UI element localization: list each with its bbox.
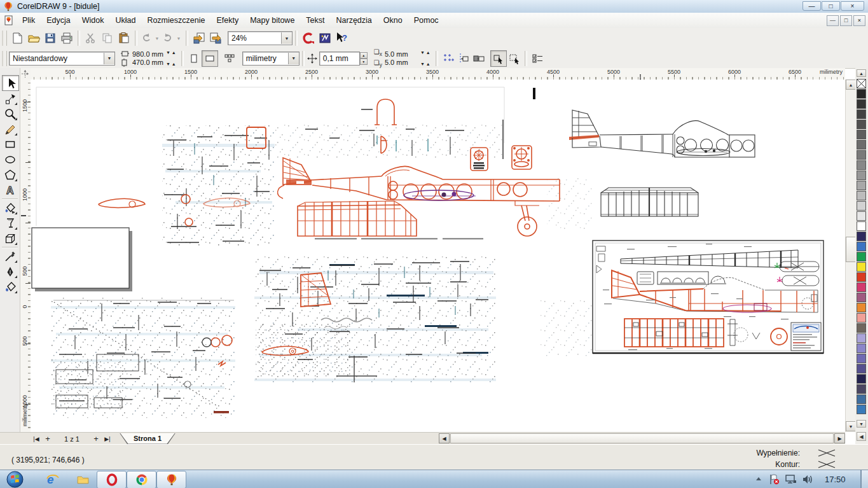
toolbar-grip[interactable] xyxy=(2,51,7,66)
export-button[interactable] xyxy=(207,30,224,46)
palette-swatch-7a7a7a[interactable] xyxy=(857,150,866,160)
scroll-left-button[interactable]: ◀ xyxy=(439,433,450,443)
palette-swatch-343434[interactable] xyxy=(857,99,866,109)
snap-to-guidelines-button[interactable] xyxy=(456,51,471,66)
new-document-button[interactable] xyxy=(9,30,25,46)
maximize-button[interactable]: □ xyxy=(822,1,840,11)
undo-button[interactable] xyxy=(140,30,153,46)
menu-item-rozmieszczenie[interactable]: Rozmieszczenie xyxy=(141,14,210,27)
cut-button[interactable] xyxy=(83,30,99,46)
palette-swatch-e8892f[interactable] xyxy=(857,303,866,312)
doc-minimize-button[interactable]: — xyxy=(827,15,839,26)
menu-item-narz-dzia[interactable]: Narzędzia xyxy=(331,14,378,27)
internet-explorer-icon[interactable]: e xyxy=(46,473,59,486)
paper-size-spinners[interactable]: ▼ ▲▼ ▲ xyxy=(166,48,176,68)
palette-swatch-5e5e5e[interactable] xyxy=(857,130,866,139)
palette-swatch-aaa4d8[interactable] xyxy=(857,333,866,343)
zoom-tool[interactable] xyxy=(2,106,18,121)
zoom-level-combobox[interactable]: 24% ▼ xyxy=(228,31,293,45)
palette-swatch-505050[interactable] xyxy=(857,120,866,129)
chevron-down-icon[interactable]: ▼ xyxy=(288,53,299,64)
palette-swatch-ffffff[interactable] xyxy=(857,221,866,231)
menu-item-tekst[interactable]: Tekst xyxy=(300,14,330,27)
palette-swatch-23224e[interactable] xyxy=(857,374,866,384)
palette-swatch-888888[interactable] xyxy=(857,160,866,170)
menu-item-plik[interactable]: Plik xyxy=(17,14,41,27)
paper-type-combobox[interactable]: Niestandardowy ▼ xyxy=(9,52,115,66)
duplicate-spinners[interactable]: ▼ ▲▼ ▲ xyxy=(420,48,431,68)
menu-item-efekty[interactable]: Efekty xyxy=(210,14,244,27)
last-page-button[interactable]: ▶| xyxy=(102,434,113,444)
paper-height-value[interactable]: 470.0 mm xyxy=(132,59,163,67)
menu-item-edycja[interactable]: Edycja xyxy=(41,14,76,27)
first-page-button[interactable]: |◀ xyxy=(31,434,42,444)
context-help-button[interactable]: ? xyxy=(333,30,350,46)
scroll-up-button[interactable]: ▲ xyxy=(846,80,856,90)
toolbar-grip[interactable] xyxy=(2,31,7,46)
scroll-right-button[interactable]: ▶ xyxy=(834,433,845,443)
palette-swatch-4a4662[interactable] xyxy=(857,384,866,394)
palette-scroll-down-button[interactable]: ▼ xyxy=(857,420,866,428)
action-center-icon[interactable] xyxy=(768,474,780,485)
network-icon[interactable] xyxy=(785,474,797,485)
drawing-canvas[interactable] xyxy=(31,80,845,432)
doc-restore-button[interactable]: □ xyxy=(840,15,852,26)
palette-swatch-d2d2d2[interactable] xyxy=(857,201,866,211)
menu-item-uk-ad[interactable]: Układ xyxy=(109,14,141,27)
application-launcher-button[interactable] xyxy=(300,30,317,46)
palette-scroll-up-button[interactable]: ▲ xyxy=(857,69,866,77)
palette-expand-button[interactable]: ◀ xyxy=(857,432,866,441)
ellipse-tool[interactable] xyxy=(2,152,18,167)
palette-swatch-d93a20[interactable] xyxy=(857,272,866,282)
menu-item-mapy-bitowe[interactable]: Mapy bitowe xyxy=(244,14,300,27)
no-color-swatch[interactable] xyxy=(857,79,866,88)
palette-swatch-3b74c2[interactable] xyxy=(857,242,866,251)
duplicate-x-value[interactable]: 5.0 mm xyxy=(385,50,418,59)
apply-to-all-pages-button[interactable] xyxy=(222,51,237,66)
marquee-select-button[interactable] xyxy=(507,51,522,66)
nudge-spinner[interactable]: ▲▼ xyxy=(360,52,368,65)
paste-button[interactable] xyxy=(116,30,132,46)
menu-item-okno[interactable]: Okno xyxy=(378,14,408,27)
palette-swatch-3a7ab8[interactable] xyxy=(857,405,866,414)
palette-swatch-6e665e[interactable] xyxy=(857,323,866,333)
coreldraw-taskbar-button[interactable] xyxy=(156,471,186,488)
chrome-taskbar-button[interactable] xyxy=(127,471,156,488)
volume-icon[interactable] xyxy=(802,474,813,485)
snap-to-objects-button[interactable] xyxy=(471,51,486,66)
palette-swatch-d23a6e[interactable] xyxy=(857,282,866,292)
landscape-button[interactable] xyxy=(202,50,218,67)
units-combobox[interactable]: milimetry ▼ xyxy=(242,52,300,66)
corel-graph-button[interactable] xyxy=(317,30,333,46)
text-tool[interactable]: A xyxy=(2,183,18,197)
show-desktop-button[interactable] xyxy=(860,470,868,488)
palette-swatch-bcbcbc[interactable] xyxy=(857,191,866,200)
rectangle-tool[interactable] xyxy=(2,137,18,151)
menu-item-widok[interactable]: Widok xyxy=(76,14,110,27)
palette-swatch-424242[interactable] xyxy=(857,109,866,119)
doc-close-button[interactable]: × xyxy=(853,15,865,26)
horizontal-scroll-thumb[interactable] xyxy=(450,433,834,443)
portrait-button[interactable] xyxy=(186,51,202,66)
chevron-down-icon[interactable]: ▼ xyxy=(104,53,114,64)
minimize-button[interactable]: — xyxy=(803,1,821,11)
copy-button[interactable] xyxy=(99,30,116,46)
palette-swatch-e6e6e6[interactable] xyxy=(857,211,866,221)
interactive-fill-tool[interactable] xyxy=(2,200,18,215)
nudge-offset-field[interactable]: 0,1 mm xyxy=(319,52,360,66)
taskbar-clock[interactable]: 17:50 xyxy=(825,475,846,484)
palette-swatch-2e2a5e[interactable] xyxy=(857,232,866,241)
palette-swatch-a05a80[interactable] xyxy=(857,293,866,302)
interactive-effects-tool[interactable] xyxy=(2,231,18,246)
shape-tool[interactable] xyxy=(2,91,18,106)
palette-swatch-a8a8a8[interactable] xyxy=(857,181,866,190)
horizontal-ruler[interactable]: milimetry 500100015002000250030003500400… xyxy=(31,68,845,80)
palette-swatch-969696[interactable] xyxy=(857,171,866,180)
chevron-down-icon[interactable]: ▼ xyxy=(281,32,292,44)
interactive-transparency-tool[interactable] xyxy=(2,216,18,230)
palette-swatch-1a9e50[interactable] xyxy=(857,252,866,261)
freehand-tool[interactable] xyxy=(2,122,18,136)
palette-swatch-f5e32a[interactable] xyxy=(857,262,866,272)
tray-expand-icon[interactable] xyxy=(755,477,762,482)
file-explorer-icon[interactable] xyxy=(76,473,90,486)
